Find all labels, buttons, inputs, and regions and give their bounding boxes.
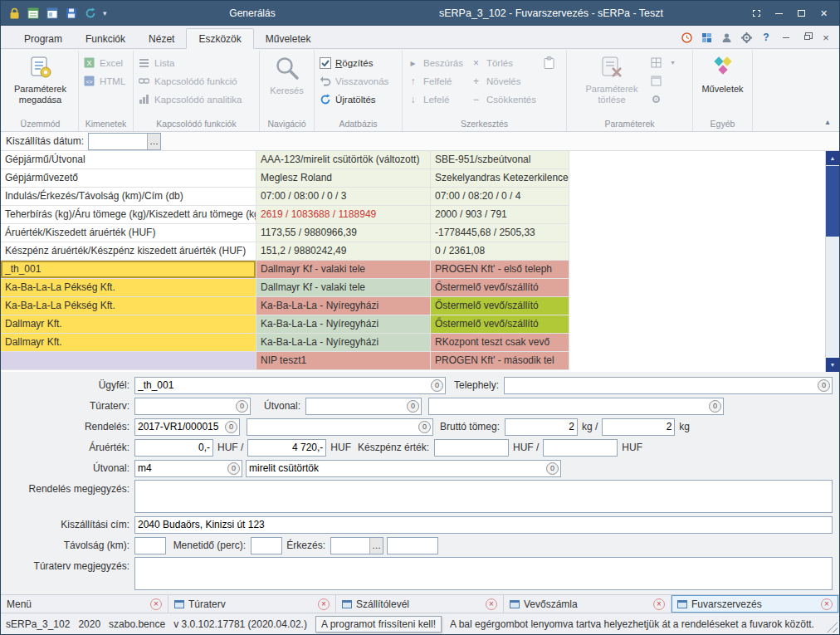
keszpenz-input[interactable]: [434, 439, 509, 457]
update-notice[interactable]: A programot frissíteni kell!: [315, 616, 442, 633]
doc-tab-menu[interactable]: Menü ×: [1, 595, 168, 613]
doc-tab-turaterv[interactable]: Túraterv ×: [168, 595, 336, 613]
close-tab-icon[interactable]: ×: [653, 598, 665, 610]
utvonal2-lookup-button[interactable]: 0: [227, 462, 240, 475]
tab-eszkozok[interactable]: Eszközök: [186, 28, 253, 49]
utvonal-input[interactable]: [306, 398, 407, 414]
utvonal2b-field[interactable]: 0: [246, 460, 561, 477]
utvonal-extra-lookup-button[interactable]: 0: [709, 400, 721, 413]
close-tab-icon[interactable]: ×: [821, 598, 833, 610]
grid-cell-col1[interactable]: Dallmayr Kf - valaki tele: [256, 279, 431, 297]
utvonal-lookup-button[interactable]: 0: [407, 400, 419, 413]
utvonal2b-input[interactable]: [247, 461, 546, 476]
grid-cell-col1[interactable]: Meglesz Roland: [256, 169, 431, 188]
kapcsolodo-analitika-button[interactable]: Kapcsolódó analitika: [136, 92, 244, 106]
torles-button[interactable]: × Törlés: [468, 56, 538, 70]
grid-cell-col1[interactable]: 1173,55 / 9880966,39: [256, 224, 431, 242]
rendeles-input[interactable]: [135, 419, 225, 435]
grid-cell-col2[interactable]: -1778445,68 / 2505,33: [431, 224, 569, 242]
utvonal2-input[interactable]: [135, 461, 227, 476]
grid-row-label[interactable]: [1, 352, 256, 370]
ugyfel-lookup-button[interactable]: 0: [431, 379, 443, 392]
aruertek-input[interactable]: [134, 439, 213, 457]
grid-cell-col2[interactable]: Szekelyandras Ketezerkilences: [431, 169, 569, 188]
felfele-button[interactable]: ↑ Felfelé: [405, 74, 465, 88]
kereses-button[interactable]: Keresés: [263, 52, 311, 96]
utvonal2-field[interactable]: 0: [134, 460, 242, 477]
parameter-settings-button[interactable]: [648, 92, 681, 106]
date-picker-ellipsis-button[interactable]: …: [147, 134, 160, 149]
titlebar-tab-generalas[interactable]: Generálás: [149, 7, 356, 19]
erkezes-ellipsis-button[interactable]: …: [369, 538, 383, 554]
gear-icon[interactable]: [740, 31, 753, 44]
telephely-field[interactable]: 0: [504, 377, 833, 394]
scrollbar-track[interactable]: [826, 237, 839, 358]
brutto-tomeg2-input[interactable]: [602, 418, 675, 436]
grid-cell-col1[interactable]: AAA-123/mirelit csütörtök (változott): [256, 151, 431, 169]
qat-dropdown-chevron-icon[interactable]: ▾: [103, 9, 107, 17]
refresh-icon[interactable]: [84, 7, 97, 20]
grid-cell-col1[interactable]: 2619 / 1083688 / 1188949: [256, 206, 431, 224]
grid-cell-col2[interactable]: Őstermelő vevő/szállító: [431, 315, 569, 334]
grid-row-label[interactable]: Teherbírás (kg)/Áru tömege (kg)/Kiszedet…: [1, 206, 256, 224]
utvonal-extra-field[interactable]: 0: [428, 398, 724, 415]
parameterek-megadasa-button[interactable]: Paraméterek megadása: [7, 52, 74, 105]
kapcsolodo-funkcio-button[interactable]: Kapcsolódó funkció: [136, 74, 244, 88]
maximize-button[interactable]: [791, 4, 812, 22]
kiszallitas-datum-input[interactable]: [89, 134, 147, 149]
grid-cell-col1[interactable]: Ka-Ba-La-La - Nyíregyházi: [256, 297, 431, 315]
parameter-grid-button[interactable]: ▾: [648, 56, 681, 70]
scrollbar-thumb[interactable]: [826, 166, 839, 237]
rendeles-field[interactable]: 0: [134, 418, 240, 436]
grid-cell-col1[interactable]: Ka-Ba-La-La - Nyíregyházi: [256, 334, 431, 352]
grid-row-label[interactable]: Gépjárművezető: [1, 169, 256, 188]
parameterek-torlese-button[interactable]: Paraméterek törlése: [579, 52, 645, 105]
sheet-icon[interactable]: [27, 7, 40, 20]
tavolsag-input[interactable]: [134, 537, 166, 554]
grid-cell-col2[interactable]: 2000 / 903 / 791: [431, 206, 569, 224]
ribbon-collapse-button[interactable]: ▴: [821, 117, 834, 129]
grid-cell-col1[interactable]: Ka-Ba-La-La - Nyíregyházi: [256, 315, 431, 334]
grid-row-label[interactable]: Dallmayr Kft.: [1, 334, 256, 352]
ugyfel-field[interactable]: 0: [134, 377, 446, 394]
excel-button[interactable]: X Excel: [81, 56, 127, 70]
child-close-button[interactable]: ×: [819, 31, 833, 44]
grid-row-label[interactable]: Áruérték/Kiszedett áruérték (HUF): [1, 224, 256, 242]
utvonal2b-lookup-button[interactable]: 0: [546, 462, 559, 475]
grid-cell-col1[interactable]: 07:00 / 08:00 / 0 / 3: [256, 188, 431, 206]
parameter-table-button[interactable]: [648, 74, 681, 88]
keszpenz2-input[interactable]: [543, 439, 618, 457]
lista-button[interactable]: Lista: [136, 56, 244, 70]
grid-row-label[interactable]: Dallmayr Kft.: [1, 315, 256, 334]
grid-row-label[interactable]: Készpénz áruérték/Készpénz kiszedett áru…: [1, 242, 256, 261]
noveles-button[interactable]: + Növelés: [468, 74, 538, 88]
grid-cell-col2[interactable]: PROGEN Kft' - első teleph: [431, 261, 569, 279]
tab-muveletek[interactable]: Műveletek: [254, 29, 323, 48]
visszavonas-button[interactable]: Visszavonás: [317, 74, 390, 88]
grid-cell-col2[interactable]: 07:00 / 08:20 / 0 / 4: [431, 188, 569, 206]
close-tab-icon[interactable]: ×: [150, 598, 162, 610]
form-window-icon[interactable]: [46, 7, 59, 20]
utvonal-field[interactable]: 0: [305, 398, 422, 415]
rendeles2-input[interactable]: [247, 419, 418, 435]
utvonal-extra-input[interactable]: [429, 398, 709, 414]
rendeles2-field[interactable]: 0: [247, 418, 433, 436]
tab-program[interactable]: Program: [12, 29, 74, 48]
grid-cell-col2[interactable]: SBE-951/szbeútvonal: [431, 151, 569, 169]
tab-funkciok[interactable]: Funkciók: [74, 29, 137, 48]
close-tab-icon[interactable]: ×: [486, 598, 497, 610]
help-icon[interactable]: ?: [759, 31, 773, 44]
turaterv-field[interactable]: 0: [134, 398, 251, 415]
ujratoltes-button[interactable]: Újratöltés: [317, 92, 390, 106]
beszuras-button[interactable]: ▸ Beszúrás: [405, 56, 465, 70]
ugyfel-input[interactable]: [135, 378, 431, 393]
turaterv-lookup-button[interactable]: 0: [236, 400, 248, 413]
minimize-button[interactable]: [769, 4, 789, 22]
save-icon[interactable]: [65, 7, 78, 20]
close-tab-icon[interactable]: ×: [318, 598, 330, 610]
grid-cell-col1[interactable]: 151,2 / 9880242,49: [256, 242, 431, 261]
user-icon[interactable]: [720, 31, 733, 44]
telephely-lookup-button[interactable]: 0: [818, 379, 830, 392]
resize-grip[interactable]: [827, 622, 838, 633]
lefele-button[interactable]: ↓ Lefelé: [405, 92, 465, 106]
